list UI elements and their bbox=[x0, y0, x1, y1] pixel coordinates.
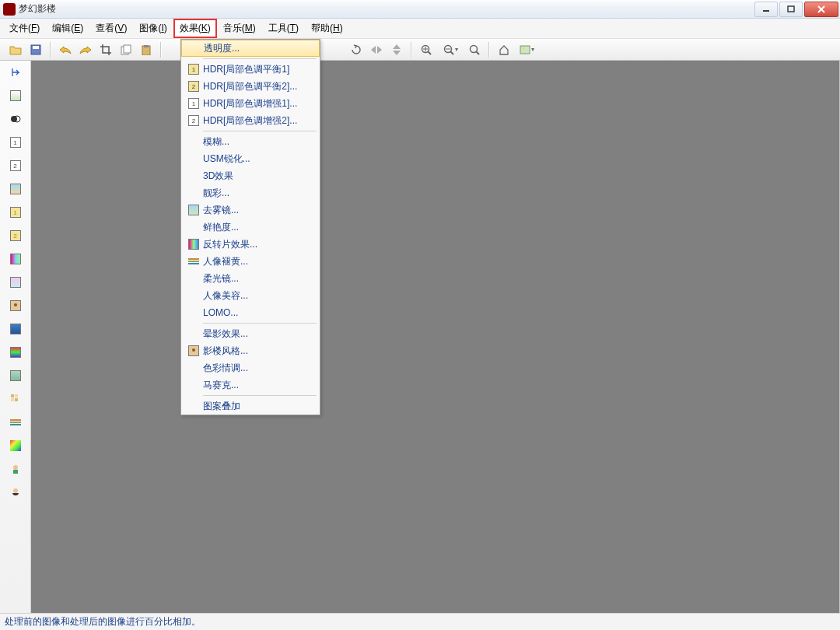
svg-rect-28 bbox=[10, 422, 21, 423]
close-button[interactable] bbox=[804, 2, 838, 17]
menu-item-3d[interactable]: 3D效果 bbox=[181, 167, 320, 184]
copy-icon[interactable] bbox=[117, 41, 135, 58]
menu-edit[interactable]: 编辑(E) bbox=[46, 19, 89, 38]
sidebar-tool-icon[interactable] bbox=[9, 275, 23, 289]
flip-v-icon[interactable] bbox=[387, 41, 406, 58]
menu-item-hdr2[interactable]: 2HDR[局部色调平衡2]... bbox=[181, 78, 320, 95]
menu-separator bbox=[203, 58, 317, 59]
canvas-area[interactable] bbox=[31, 61, 840, 613]
home-icon[interactable] bbox=[495, 41, 513, 58]
svg-rect-25 bbox=[11, 398, 14, 401]
menu-item-reversal[interactable]: 反转片效果... bbox=[181, 236, 320, 253]
crop-icon[interactable] bbox=[96, 41, 115, 58]
svg-rect-1 bbox=[788, 6, 794, 12]
menu-item-pattern-overlay[interactable]: 图案叠加 bbox=[181, 397, 320, 415]
zoom-out-icon[interactable]: ▾ bbox=[437, 41, 464, 58]
svg-point-32 bbox=[13, 488, 18, 493]
open-icon[interactable] bbox=[6, 41, 25, 58]
separator-icon bbox=[50, 42, 51, 58]
sidebar-tool-icon[interactable] bbox=[9, 65, 23, 79]
sidebar-tool-icon[interactable] bbox=[9, 252, 23, 266]
menu-effects[interactable]: 效果(K) bbox=[173, 19, 217, 38]
sidebar-tool-icon[interactable] bbox=[9, 369, 23, 383]
undo-icon[interactable] bbox=[56, 41, 75, 58]
svg-rect-27 bbox=[10, 419, 21, 421]
menu-item-transparency[interactable]: 透明度... bbox=[181, 40, 320, 57]
sidebar-tool-icon[interactable] bbox=[9, 345, 23, 359]
svg-rect-29 bbox=[10, 424, 21, 425]
menu-item-blur[interactable]: 模糊... bbox=[181, 133, 320, 150]
menu-item-studio[interactable]: 影楼风格... bbox=[181, 342, 320, 359]
zoom-fit-icon[interactable] bbox=[465, 41, 484, 58]
svg-rect-33 bbox=[188, 258, 199, 260]
menu-item-usm[interactable]: USM锐化... bbox=[181, 150, 320, 167]
sidebar-tool-icon[interactable] bbox=[9, 322, 23, 336]
sidebar-tool-icon[interactable] bbox=[9, 112, 23, 126]
svg-rect-5 bbox=[33, 46, 39, 49]
menu-item-softlight[interactable]: 柔光镜... bbox=[181, 270, 320, 287]
svg-rect-7 bbox=[124, 45, 131, 53]
menu-item-color-mood[interactable]: 色彩情调... bbox=[181, 359, 320, 376]
main-toolbar: ▾ ▾ bbox=[0, 39, 840, 61]
sidebar-tool-icon[interactable] bbox=[9, 299, 23, 313]
separator-icon bbox=[411, 42, 412, 58]
svg-rect-34 bbox=[188, 261, 199, 262]
menu-item-hdr-enhance2[interactable]: 2HDR[局部色调增强2]... bbox=[181, 112, 320, 129]
effects-dropdown: 透明度... 1HDR[局部色调平衡1] 2HDR[局部色调平衡2]... 1H… bbox=[180, 39, 320, 415]
svg-rect-35 bbox=[188, 263, 199, 264]
sidebar-tool-icon[interactable]: 2 bbox=[9, 229, 23, 243]
svg-line-18 bbox=[476, 51, 479, 54]
save-icon[interactable] bbox=[26, 41, 45, 58]
menu-item-deyellow[interactable]: 人像褪黄... bbox=[181, 253, 320, 270]
sidebar-tool-icon[interactable] bbox=[9, 485, 23, 499]
menu-item-hdr-enhance1[interactable]: 1HDR[局部色调增强1]... bbox=[181, 95, 320, 112]
menu-item-dehaze[interactable]: 去雾镜... bbox=[181, 201, 320, 219]
svg-rect-31 bbox=[13, 470, 18, 474]
sidebar-tool-icon[interactable] bbox=[9, 415, 23, 429]
menu-item-saturation[interactable]: 鲜艳度... bbox=[181, 219, 320, 236]
left-sidebar: 1 2 1 2 bbox=[0, 61, 31, 613]
menu-item-lomo[interactable]: LOMO... bbox=[181, 304, 320, 321]
sidebar-tool-icon[interactable] bbox=[9, 462, 23, 476]
flip-h-icon[interactable] bbox=[367, 41, 386, 58]
sidebar-tool-icon[interactable]: 1 bbox=[9, 135, 23, 149]
svg-rect-24 bbox=[15, 394, 18, 397]
sidebar-tool-icon[interactable] bbox=[9, 439, 23, 453]
main-area: 1 2 1 2 bbox=[0, 61, 840, 613]
sidebar-tool-icon[interactable] bbox=[9, 89, 23, 103]
window-controls bbox=[753, 0, 840, 19]
svg-point-30 bbox=[13, 465, 18, 470]
menu-tools[interactable]: 工具(T) bbox=[262, 19, 305, 38]
sidebar-tool-icon[interactable]: 1 bbox=[9, 205, 23, 219]
menu-separator bbox=[203, 323, 317, 324]
svg-rect-9 bbox=[144, 45, 149, 47]
menu-file[interactable]: 文件(F) bbox=[3, 19, 46, 38]
menu-item-beauty[interactable]: 人像美容... bbox=[181, 287, 320, 304]
menu-item-mosaic[interactable]: 马赛克... bbox=[181, 376, 320, 394]
redo-icon[interactable] bbox=[76, 41, 95, 58]
menu-help[interactable]: 帮助(H) bbox=[305, 19, 349, 38]
menu-image[interactable]: 图像(I) bbox=[133, 19, 173, 38]
menu-item-vignette[interactable]: 晕影效果... bbox=[181, 325, 320, 342]
sidebar-tool-icon[interactable] bbox=[9, 182, 23, 196]
menu-music[interactable]: 音乐(M) bbox=[217, 19, 262, 38]
sidebar-tool-icon[interactable] bbox=[9, 392, 23, 406]
svg-point-36 bbox=[192, 348, 195, 352]
maximize-button[interactable] bbox=[779, 2, 803, 17]
window-title: 梦幻影楼 bbox=[19, 2, 56, 16]
title-bar: 梦幻影楼 bbox=[0, 0, 840, 19]
separator-icon bbox=[160, 42, 162, 58]
app-icon bbox=[3, 3, 16, 16]
sidebar-tool-icon[interactable]: 2 bbox=[9, 159, 23, 173]
rotate-icon[interactable] bbox=[347, 41, 366, 58]
minimize-button[interactable] bbox=[754, 2, 778, 17]
zoom-in-icon[interactable] bbox=[417, 41, 436, 58]
menu-item-vivid[interactable]: 靓彩... bbox=[181, 184, 320, 201]
status-text: 处理前的图像和处理后的图像进行百分比相加。 bbox=[5, 615, 201, 628]
paste-icon[interactable] bbox=[137, 41, 156, 58]
menu-separator bbox=[203, 395, 317, 396]
image-dropdown-icon[interactable]: ▾ bbox=[515, 41, 538, 58]
menu-item-hdr1[interactable]: 1HDR[局部色调平衡1] bbox=[181, 61, 320, 78]
menu-view[interactable]: 查看(V) bbox=[89, 19, 133, 38]
svg-point-22 bbox=[14, 303, 17, 306]
